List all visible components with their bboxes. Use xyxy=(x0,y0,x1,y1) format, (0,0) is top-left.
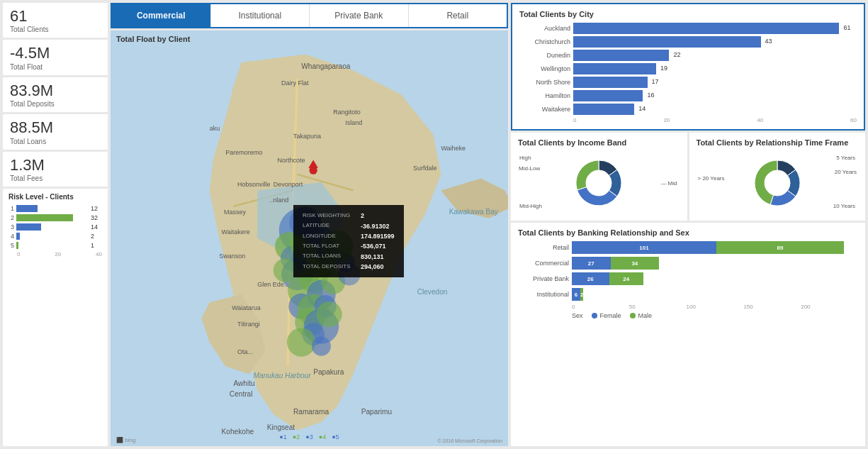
svg-text:Ramarama: Ramarama xyxy=(293,408,329,416)
city-bar-row: Wellington 19 xyxy=(519,63,857,74)
svg-point-61 xyxy=(317,301,342,327)
risk-level-label: 5 xyxy=(9,242,14,249)
metric-value-clients: 61 xyxy=(10,7,101,26)
city-bar-wrap: 17 xyxy=(573,77,857,88)
banking-bar-male: 34 xyxy=(611,257,660,270)
tab-institutional[interactable]: Institutional xyxy=(211,4,310,27)
tab-private-bank[interactable]: Private Bank xyxy=(310,4,409,27)
female-legend-item: Female xyxy=(592,312,621,319)
svg-point-63 xyxy=(287,328,316,357)
income-high-label: High xyxy=(519,155,531,161)
city-bar-wrap: 14 xyxy=(573,104,857,115)
risk-bar xyxy=(16,242,18,249)
city-value: 22 xyxy=(671,51,680,58)
city-bar-wrap: 61 xyxy=(573,23,857,34)
risk-count: 2 xyxy=(91,233,102,240)
risk-count: 14 xyxy=(91,223,102,231)
banking-axis-label: 100 xyxy=(687,304,744,310)
banking-chart-card: Total Clients by Banking Relationship an… xyxy=(511,223,865,446)
city-name: Dunedin xyxy=(519,52,570,59)
risk-bar-container xyxy=(16,242,87,249)
city-bar xyxy=(573,63,656,74)
city-bar xyxy=(573,23,839,34)
metric-label-fees: Total Fees xyxy=(10,174,101,182)
banking-bar-female: 27 xyxy=(572,257,611,270)
rel-20years-label: 20 Years xyxy=(835,169,857,175)
banking-bar-female: 101 xyxy=(572,241,716,254)
metric-total-float: -4.5M Total Float xyxy=(3,40,108,74)
city-bars: Auckland 61 Christchurch 43 Dunedin 22 W… xyxy=(519,23,857,115)
banking-legend: Sex Female Male xyxy=(518,312,858,319)
city-bar xyxy=(573,36,761,48)
rel-10years-label: 10 Years xyxy=(833,203,855,209)
city-bar-row: Auckland 61 xyxy=(519,23,857,34)
banking-bar-row: Institutional 6 2 xyxy=(518,288,858,301)
city-bar-row: North Shore 17 xyxy=(519,77,857,88)
city-bar xyxy=(573,77,648,88)
svg-text:Kawakawa Bay: Kawakawa Bay xyxy=(449,208,499,216)
risk-bar xyxy=(16,233,20,240)
risk-chart-title: Risk Level - Clients xyxy=(9,193,102,201)
svg-text:Whangaparaoa: Whangaparaoa xyxy=(301,62,351,70)
banking-bar-male: 2 xyxy=(580,288,583,301)
banking-axis-label: 50 xyxy=(629,304,687,310)
map-tooltip: RISK WEIGHTING 2 LATITUDE -36.91302 LONG… xyxy=(293,205,404,277)
banking-label: Retail xyxy=(518,244,569,251)
svg-text:Waiatarua: Waiatarua xyxy=(232,304,261,311)
city-bar-row: Dunedin 22 xyxy=(519,50,857,61)
banking-axis-label: 200 xyxy=(801,304,858,310)
risk-row-2: 2 32 xyxy=(9,214,102,221)
banking-bar-female: 6 xyxy=(572,288,580,301)
metric-total-loans: 88.5M Total Loans xyxy=(3,114,108,149)
male-legend-label: Male xyxy=(638,312,653,319)
svg-text:Waitakere: Waitakere xyxy=(222,228,250,235)
relationship-donut-wrap: 5 Years > 20 Years 20 Years 10 Years xyxy=(697,151,859,215)
banking-bars-wrap: 26 24 xyxy=(572,272,858,285)
city-value: 43 xyxy=(763,38,772,45)
banking-label: Institutional xyxy=(518,291,569,298)
city-bar xyxy=(573,90,643,101)
city-value: 14 xyxy=(636,105,646,112)
center-panel: CommercialInstitutionalPrivate BankRetai… xyxy=(111,3,508,446)
female-legend-label: Female xyxy=(600,312,621,319)
map-title: Total Float by Client xyxy=(116,35,190,43)
bubble-legend-label: ●3 xyxy=(305,433,312,440)
svg-text:Hobsonville: Hobsonville xyxy=(237,181,271,188)
city-value: 16 xyxy=(645,92,654,99)
metric-value-deposits: 83.9M xyxy=(10,82,101,100)
sex-label: Sex xyxy=(572,312,583,319)
middle-row: Total Clients by Income Band High Mid-Lo… xyxy=(511,133,865,221)
metric-value-loans: 88.5M xyxy=(10,118,101,137)
risk-count: 32 xyxy=(91,214,102,221)
tabs-bar: CommercialInstitutionalPrivate BankRetai… xyxy=(111,3,508,28)
svg-point-64 xyxy=(312,337,331,356)
risk-bar xyxy=(16,214,73,221)
banking-bar-female: 26 xyxy=(572,272,609,285)
city-bar-wrap: 22 xyxy=(573,50,857,61)
map-container[interactable]: Total Float by Client xyxy=(111,31,508,446)
svg-text:Titirangi: Titirangi xyxy=(237,321,260,328)
svg-text:Awhitu: Awhitu xyxy=(233,379,254,387)
city-bar-wrap: 43 xyxy=(573,36,857,48)
city-name: Hamilton xyxy=(519,92,570,99)
tab-commercial[interactable]: Commercial xyxy=(112,4,211,27)
risk-row-5: 5 1 xyxy=(9,242,102,249)
banking-axis-label: 0 xyxy=(572,304,629,310)
svg-text:Ota...: Ota... xyxy=(237,348,253,355)
city-chart-card: Total Clients by City Auckland 61 Christ… xyxy=(511,3,865,131)
female-color-dot xyxy=(592,313,597,318)
right-panel: Total Clients by City Auckland 61 Christ… xyxy=(511,3,865,446)
banking-bar-row: Retail 101 89 xyxy=(518,241,858,254)
risk-axis: 02040 xyxy=(9,251,102,257)
city-chart-title: Total Clients by City xyxy=(519,10,857,18)
svg-text:Massey: Massey xyxy=(224,209,247,216)
tab-retail[interactable]: Retail xyxy=(409,4,507,27)
metric-value-fees: 1.3M xyxy=(10,156,101,174)
risk-bar xyxy=(16,205,38,212)
svg-text:aku: aku xyxy=(210,125,220,132)
city-value: 61 xyxy=(841,24,850,31)
city-name: Christchurch xyxy=(519,38,570,45)
city-name: Wellington xyxy=(519,65,570,72)
svg-text:Takapuna: Takapuna xyxy=(293,133,321,140)
city-bar-row: Christchurch 43 xyxy=(519,36,857,48)
